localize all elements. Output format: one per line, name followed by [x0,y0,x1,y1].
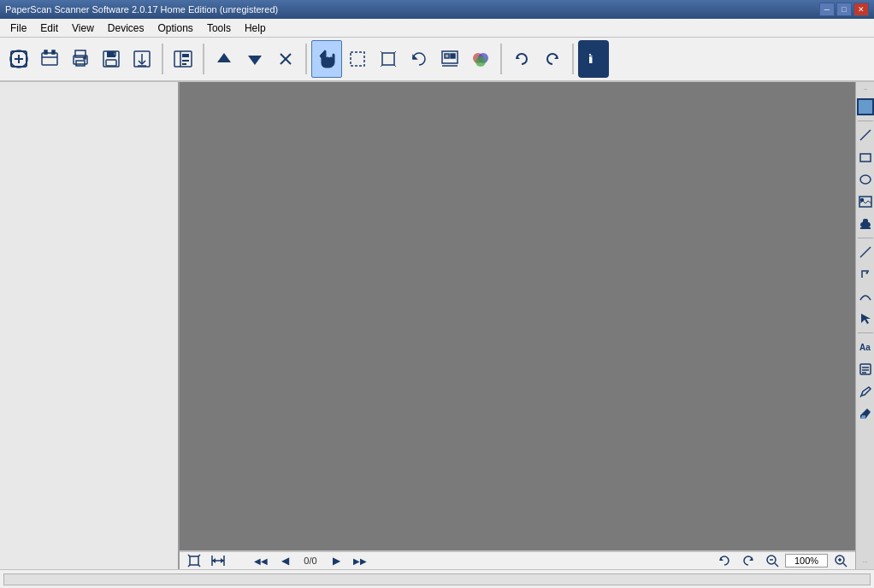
zoom-level-input[interactable] [785,554,828,567]
svg-rect-48 [190,556,198,565]
right-sep-1 [858,121,873,121]
minimize-button[interactable]: ─ [819,3,835,16]
svg-marker-24 [217,53,231,62]
zoom-in-button[interactable] [830,553,852,568]
svg-point-71 [860,199,863,202]
toolbar-group-file [3,40,157,78]
scan-button[interactable] [34,40,65,78]
info-button[interactable]: i [578,40,609,78]
crop-tool-button[interactable] [373,40,404,78]
export-button[interactable] [127,40,157,78]
first-page-button[interactable]: ◀◀ [250,553,272,568]
svg-rect-36 [445,54,449,58]
bottom-undo-button[interactable] [713,553,735,568]
eraser-tool-button[interactable] [857,403,874,424]
svg-rect-22 [182,60,189,62]
svg-line-32 [381,65,382,67]
svg-rect-47 [589,54,591,56]
note-tool-button[interactable] [857,359,874,379]
menu-tools[interactable]: Tools [200,21,238,36]
select-tool-button[interactable] [342,40,373,78]
maximize-button[interactable]: □ [836,3,852,16]
close-button[interactable]: ✕ [853,3,869,16]
toolbar-group-pages [209,40,301,78]
redo-button[interactable] [537,40,568,78]
svg-rect-23 [182,63,186,65]
page-counter: 0/0 [298,556,323,566]
menu-view[interactable]: View [65,21,101,36]
svg-rect-29 [382,53,394,65]
color-selector[interactable] [857,98,874,115]
svg-marker-34 [413,56,416,59]
freehand-tool-button[interactable] [857,242,874,262]
last-page-button[interactable]: ▶▶ [349,553,371,568]
text-tool-button[interactable]: Aa [857,337,874,357]
separator-5 [572,44,574,74]
svg-rect-10 [76,61,85,66]
fit-page-button[interactable] [183,553,205,568]
canvas-area: ◀◀ ◀ 0/0 ▶ ▶▶ [180,82,855,569]
menu-edit[interactable]: Edit [33,21,65,36]
document-canvas[interactable] [180,82,855,550]
svg-rect-73 [863,219,868,225]
main-area: ◀◀ ◀ 0/0 ▶ ▶▶ [0,82,874,569]
stamp-tool-button[interactable] [857,214,874,234]
undo-button[interactable] [506,40,537,78]
rotate-tool-button[interactable] [404,40,434,78]
svg-line-49 [188,555,190,556]
bottom-redo-button[interactable] [737,553,759,568]
svg-line-31 [394,51,396,53]
menu-devices[interactable]: Devices [101,21,151,36]
status-text [3,573,871,585]
svg-rect-11 [84,57,86,59]
arrow-tool-button[interactable] [857,264,874,285]
toggle-panel-button[interactable] [168,40,198,78]
new-scan-button[interactable] [3,40,34,78]
menu-help[interactable]: Help [238,21,273,36]
svg-point-41 [475,56,486,67]
pen-tool-button[interactable] [857,381,874,402]
toolbar-group-tools [311,40,496,78]
panel-handle: ··· [864,85,867,93]
image-tool-button[interactable] [857,191,874,212]
svg-line-33 [394,65,396,67]
menu-file[interactable]: File [3,21,33,36]
svg-line-66 [843,563,847,567]
separator-2 [203,44,204,74]
svg-line-50 [198,555,200,556]
svg-marker-77 [861,314,871,324]
print-button[interactable] [65,40,96,78]
title-text: PaperScan Scanner Software 2.0.17 Home E… [5,4,819,15]
move-down-button[interactable] [239,40,270,78]
curve-tool-button[interactable] [857,286,874,307]
svg-rect-37 [451,54,455,58]
svg-line-67 [860,130,871,140]
save-button[interactable] [96,40,127,78]
hand-tool-button[interactable] [311,40,342,78]
svg-rect-6 [44,50,47,54]
menu-bar: File Edit View Devices Options Tools Hel… [0,19,874,38]
svg-rect-46 [589,56,591,63]
prev-page-button[interactable]: ◀ [274,553,296,568]
select-arrow-button[interactable] [857,309,874,329]
menu-options[interactable]: Options [151,21,200,36]
move-up-button[interactable] [209,40,239,78]
window-controls: ─ □ ✕ [819,3,869,16]
filter-tool-button[interactable] [434,40,465,78]
zoom-out-button[interactable] [761,553,783,568]
delete-button[interactable] [270,40,301,78]
ellipse-tool-button[interactable] [857,169,874,190]
separator-3 [305,44,307,74]
fit-width-button[interactable] [207,553,229,568]
line-tool-button[interactable] [857,125,874,145]
bottom-toolbar: ◀◀ ◀ 0/0 ▶ ▶▶ [180,550,855,569]
svg-rect-7 [52,50,55,54]
color-tool-button[interactable] [465,40,496,78]
svg-rect-8 [75,50,86,57]
panel-bottom-handle: ··· [862,558,868,566]
toolbar-group-panel [168,40,198,78]
rect-tool-button[interactable] [857,147,874,168]
title-bar: PaperScan Scanner Software 2.0.17 Home E… [0,0,874,19]
svg-rect-14 [106,60,116,66]
next-page-button[interactable]: ▶ [325,553,347,568]
